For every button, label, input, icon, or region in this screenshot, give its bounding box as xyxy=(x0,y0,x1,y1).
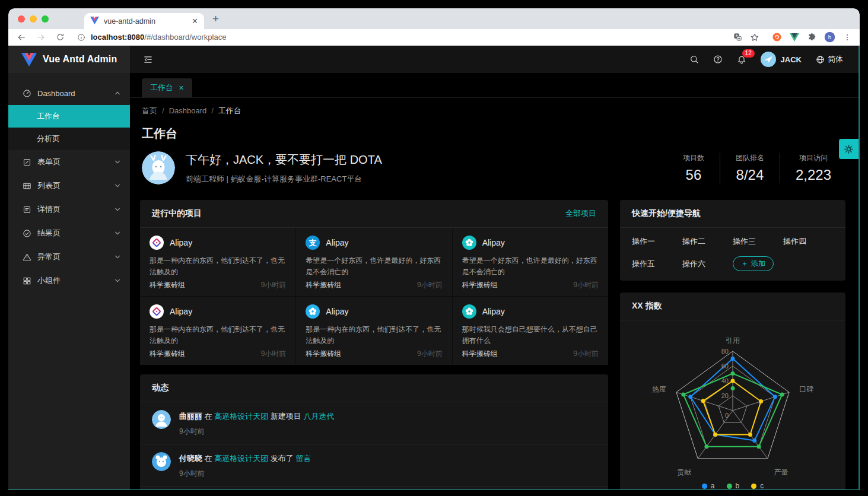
bookmark-star-icon[interactable] xyxy=(750,33,759,42)
user-menu[interactable]: JACK xyxy=(761,52,802,67)
index-card-title: XX 指数 xyxy=(632,301,834,311)
svg-text:20: 20 xyxy=(721,392,729,399)
form-icon xyxy=(23,158,31,167)
question-circle-icon[interactable] xyxy=(713,55,723,64)
activity-text: 在 xyxy=(202,412,214,421)
project-time: 9小时前 xyxy=(417,349,443,359)
stat-block: 项目数56 xyxy=(667,153,720,183)
antd-pro-blue-icon xyxy=(306,304,320,319)
activity-link[interactable]: 八月迭代 xyxy=(303,412,334,421)
breadcrumb-home[interactable]: 首页 xyxy=(142,106,157,115)
sidebar-item[interactable]: 小组件 xyxy=(8,269,130,292)
activity-link[interactable]: 高逼格设计天团 xyxy=(214,454,268,463)
menu-fold-icon[interactable] xyxy=(143,55,153,65)
quick-link[interactable]: 操作二 xyxy=(682,236,733,247)
legend-item[interactable]: b xyxy=(727,482,740,489)
project-card[interactable]: Alipay那是一种内在的东西，他们到达不了，也无法触及的科学搬砖组9小时前 xyxy=(140,228,295,296)
quick-link[interactable]: 操作一 xyxy=(632,236,682,247)
search-icon[interactable] xyxy=(689,55,699,64)
project-name: Alipay xyxy=(170,307,192,316)
activity-user[interactable]: 付晓晓 xyxy=(179,454,202,463)
username: JACK xyxy=(781,55,802,64)
page-info-icon[interactable] xyxy=(77,33,85,42)
project-card[interactable]: 支Alipay希望是一个好东西，也许是最好的，好东西是不会消亡的科学搬砖组9小时… xyxy=(296,228,452,296)
project-group[interactable]: 科学搬砖组 xyxy=(462,280,498,290)
bell-icon[interactable]: 12 xyxy=(737,55,746,64)
sidebar-item[interactable]: 列表页 xyxy=(8,174,130,198)
project-desc: 那是一种内在的东西，他们到达不了，也无法触及的 xyxy=(306,324,442,349)
project-desc: 那是一种内在的东西，他们到达不了，也无法触及的 xyxy=(150,324,286,349)
project-desc: 希望是一个好东西，也许是最好的，好东西是不会消亡的 xyxy=(306,255,442,280)
project-card[interactable]: Alipay希望是一个好东西，也许是最好的，好东西是不会消亡的科学搬砖组9小时前 xyxy=(453,228,608,296)
project-name: Alipay xyxy=(326,238,348,247)
project-time: 9小时前 xyxy=(573,349,599,359)
sidebar-item[interactable]: Dashboard xyxy=(8,81,130,105)
project-group[interactable]: 科学搬砖组 xyxy=(462,349,498,359)
project-group[interactable]: 科学搬砖组 xyxy=(150,349,185,359)
tab-close-icon[interactable]: ✕ xyxy=(192,17,198,25)
page-tab-close-icon[interactable]: ✕ xyxy=(179,84,184,92)
minimize-window-button[interactable] xyxy=(30,15,37,23)
stat-label: 项目数 xyxy=(683,153,704,163)
forward-icon[interactable] xyxy=(36,33,46,42)
browser-tab[interactable]: vue-antd-admin ✕ xyxy=(84,13,204,29)
browser-toolbar: localhost:8080/#/dashboard/workplace h xyxy=(8,29,860,46)
activity-user[interactable]: 曲丽丽 xyxy=(179,412,202,421)
svg-text:贡献: 贡献 xyxy=(678,468,692,476)
browser-profile-avatar[interactable]: h xyxy=(824,31,835,43)
sidebar-item[interactable]: 异常页 xyxy=(8,245,130,269)
activity-link[interactable]: 留言 xyxy=(295,454,311,463)
extensions-puzzle-icon[interactable] xyxy=(807,33,816,42)
chevron-down-icon xyxy=(115,183,120,189)
activity-link[interactable]: 高逼格设计天团 xyxy=(214,412,268,421)
sidebar-subitem[interactable]: 分析页 xyxy=(8,128,130,150)
extension-orange-icon[interactable] xyxy=(772,32,782,42)
stat-value: 2,223 xyxy=(796,167,831,183)
project-card[interactable]: Alipay那是一种内在的东西，他们到达不了，也无法触及的科学搬砖组9小时前 xyxy=(140,297,295,365)
legend-item[interactable]: c xyxy=(751,482,764,489)
project-name: Alipay xyxy=(170,238,192,247)
greeting-subtitle: 前端工程师 | 蚂蚁金服-计算服务事业群-REACT平台 xyxy=(186,174,382,185)
project-group[interactable]: 科学搬砖组 xyxy=(306,280,341,290)
project-group[interactable]: 科学搬砖组 xyxy=(306,349,341,359)
project-card[interactable]: Alipay那是一种内在的东西，他们到达不了，也无法触及的科学搬砖组9小时前 xyxy=(296,297,452,365)
sidebar-subitem[interactable]: 工作台 xyxy=(8,105,130,128)
girl-avatar xyxy=(152,410,171,429)
legend-item[interactable]: a xyxy=(702,482,715,489)
plus-icon: ＋ xyxy=(741,259,748,269)
project-card[interactable]: Alipay那时候我只会想自己想要什么，从不想自己拥有什么科学搬砖组9小时前 xyxy=(453,297,608,365)
zoom-window-button[interactable] xyxy=(42,15,49,23)
vue-devtools-icon[interactable] xyxy=(790,33,799,42)
close-window-button[interactable] xyxy=(18,15,25,23)
svg-text:热度: 热度 xyxy=(652,385,666,393)
quick-link[interactable]: 操作六 xyxy=(682,259,733,269)
project-group[interactable]: 科学搬砖组 xyxy=(150,280,185,290)
activity-title: 动态 xyxy=(152,383,596,393)
activity-time: 9小时前 xyxy=(179,427,334,437)
activity-item: 曲丽丽 在 高逼格设计天团 新建项目 八月迭代9小时前 xyxy=(140,402,608,444)
svg-text:40: 40 xyxy=(721,377,729,384)
browser-window: vue-antd-admin ✕ + localhost:8080/#/dash… xyxy=(8,8,860,490)
greeting-block: 下午好，JACK，要不要打一把 DOTA 前端工程师 | 蚂蚁金服-计算服务事业… xyxy=(142,151,847,185)
reload-icon[interactable] xyxy=(56,33,65,42)
all-projects-link[interactable]: 全部项目 xyxy=(565,208,596,219)
quick-link[interactable]: 操作三 xyxy=(733,236,783,247)
theme-settings-button[interactable] xyxy=(839,139,859,159)
quick-link[interactable]: 操作四 xyxy=(783,236,834,247)
address-bar[interactable]: localhost:8080/#/dashboard/workplace xyxy=(77,33,733,42)
sidebar-item[interactable]: 结果页 xyxy=(8,221,130,245)
stat-block: 团队排名8/24 xyxy=(720,153,780,183)
back-icon[interactable] xyxy=(17,33,26,42)
ant-design-icon xyxy=(150,236,164,250)
browser-menu-icon[interactable] xyxy=(843,33,851,42)
sidebar-item[interactable]: 表单页 xyxy=(8,150,130,174)
quick-link[interactable]: 操作五 xyxy=(632,259,682,269)
legend-label: b xyxy=(736,482,740,489)
new-tab-button[interactable]: + xyxy=(212,13,219,24)
language-switch[interactable]: 简体 xyxy=(816,54,843,65)
add-button[interactable]: ＋添加 xyxy=(733,256,774,271)
breadcrumb-dashboard[interactable]: Dashboard xyxy=(169,106,207,115)
sidebar-item[interactable]: 详情页 xyxy=(8,198,130,221)
page-tab-workplace[interactable]: 工作台 ✕ xyxy=(142,78,192,97)
translate-icon[interactable] xyxy=(733,33,742,42)
